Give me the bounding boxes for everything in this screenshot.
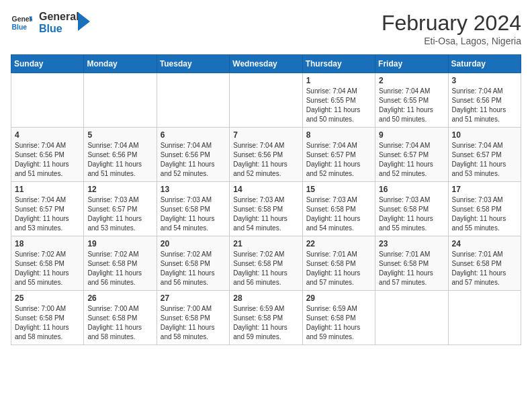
calendar-cell: 27Sunrise: 7:00 AM Sunset: 6:58 PM Dayli…	[157, 291, 229, 345]
day-number: 22	[306, 239, 371, 248]
calendar-cell: 20Sunrise: 7:02 AM Sunset: 6:58 PM Dayli…	[157, 236, 229, 291]
day-info: Sunrise: 7:00 AM Sunset: 6:58 PM Dayligh…	[161, 304, 226, 342]
calendar-cell: 18Sunrise: 7:02 AM Sunset: 6:58 PM Dayli…	[11, 236, 84, 291]
calendar-cell	[84, 73, 157, 128]
weekday-header-monday: Monday	[84, 55, 157, 73]
calendar-cell	[448, 291, 521, 345]
day-number: 14	[233, 185, 298, 194]
calendar-cell: 11Sunrise: 7:04 AM Sunset: 6:57 PM Dayli…	[11, 182, 84, 236]
weekday-header-thursday: Thursday	[302, 55, 375, 73]
day-info: Sunrise: 7:02 AM Sunset: 6:58 PM Dayligh…	[87, 250, 152, 287]
calendar-cell: 25Sunrise: 7:00 AM Sunset: 6:58 PM Dayli…	[11, 291, 84, 345]
calendar-week-2: 4Sunrise: 7:04 AM Sunset: 6:56 PM Daylig…	[11, 128, 521, 182]
day-info: Sunrise: 7:01 AM Sunset: 6:58 PM Dayligh…	[379, 250, 444, 287]
day-info: Sunrise: 7:02 AM Sunset: 6:58 PM Dayligh…	[15, 250, 80, 287]
calendar-cell: 9Sunrise: 7:04 AM Sunset: 6:57 PM Daylig…	[375, 128, 448, 182]
day-number: 24	[452, 239, 517, 248]
day-info: Sunrise: 7:04 AM Sunset: 6:57 PM Dayligh…	[15, 195, 80, 233]
day-info: Sunrise: 7:04 AM Sunset: 6:57 PM Dayligh…	[452, 141, 517, 179]
calendar-cell: 19Sunrise: 7:02 AM Sunset: 6:58 PM Dayli…	[84, 236, 157, 291]
calendar-cell: 8Sunrise: 7:04 AM Sunset: 6:57 PM Daylig…	[302, 128, 375, 182]
day-info: Sunrise: 7:04 AM Sunset: 6:57 PM Dayligh…	[306, 141, 371, 179]
day-info: Sunrise: 7:00 AM Sunset: 6:58 PM Dayligh…	[15, 304, 80, 342]
month-year-title: February 2024	[382, 11, 521, 36]
logo-icon: General Blue	[11, 12, 32, 34]
weekday-header-tuesday: Tuesday	[157, 55, 229, 73]
calendar-cell: 10Sunrise: 7:04 AM Sunset: 6:57 PM Dayli…	[448, 128, 521, 182]
calendar-cell: 7Sunrise: 7:04 AM Sunset: 6:56 PM Daylig…	[230, 128, 302, 182]
calendar-week-5: 25Sunrise: 7:00 AM Sunset: 6:58 PM Dayli…	[11, 291, 521, 345]
calendar-cell: 26Sunrise: 7:00 AM Sunset: 6:58 PM Dayli…	[84, 291, 157, 345]
day-number: 3	[452, 76, 517, 85]
calendar-cell: 22Sunrise: 7:01 AM Sunset: 6:58 PM Dayli…	[302, 236, 375, 291]
day-info: Sunrise: 7:04 AM Sunset: 6:56 PM Dayligh…	[15, 141, 80, 179]
calendar-cell: 16Sunrise: 7:03 AM Sunset: 6:58 PM Dayli…	[375, 182, 448, 236]
day-number: 20	[161, 239, 226, 248]
calendar-cell	[157, 73, 229, 128]
logo-general: General	[39, 11, 79, 23]
calendar-cell: 12Sunrise: 7:03 AM Sunset: 6:57 PM Dayli…	[84, 182, 157, 236]
day-number: 4	[15, 130, 80, 140]
logo-blue: Blue	[39, 23, 79, 35]
day-info: Sunrise: 7:00 AM Sunset: 6:58 PM Dayligh…	[87, 304, 152, 342]
day-info: Sunrise: 7:04 AM Sunset: 6:55 PM Dayligh…	[306, 87, 371, 124]
svg-marker-4	[78, 12, 90, 31]
calendar-cell: 14Sunrise: 7:03 AM Sunset: 6:58 PM Dayli…	[230, 182, 302, 236]
calendar-cell: 29Sunrise: 6:59 AM Sunset: 6:58 PM Dayli…	[302, 291, 375, 345]
day-info: Sunrise: 7:01 AM Sunset: 6:58 PM Dayligh…	[306, 250, 371, 287]
day-number: 26	[87, 293, 152, 303]
day-info: Sunrise: 7:04 AM Sunset: 6:56 PM Dayligh…	[233, 141, 298, 179]
calendar-cell: 6Sunrise: 7:04 AM Sunset: 6:56 PM Daylig…	[157, 128, 229, 182]
day-number: 29	[306, 293, 371, 303]
logo: General Blue General Blue	[11, 11, 90, 34]
day-info: Sunrise: 7:03 AM Sunset: 6:58 PM Dayligh…	[306, 195, 371, 233]
weekday-header-saturday: Saturday	[448, 55, 521, 73]
calendar-cell: 2Sunrise: 7:04 AM Sunset: 6:55 PM Daylig…	[375, 73, 448, 128]
calendar-cell	[230, 73, 302, 128]
day-number: 25	[15, 293, 80, 303]
day-number: 17	[452, 185, 517, 194]
day-number: 28	[233, 293, 298, 303]
day-number: 18	[15, 239, 80, 248]
weekday-header-sunday: Sunday	[11, 55, 84, 73]
day-number: 7	[233, 130, 298, 140]
day-info: Sunrise: 7:02 AM Sunset: 6:58 PM Dayligh…	[233, 250, 298, 287]
day-number: 12	[87, 185, 152, 194]
day-info: Sunrise: 6:59 AM Sunset: 6:58 PM Dayligh…	[306, 304, 371, 342]
svg-text:General: General	[12, 15, 32, 23]
day-info: Sunrise: 7:04 AM Sunset: 6:57 PM Dayligh…	[379, 141, 444, 179]
logo-chevron-icon	[78, 12, 90, 31]
day-info: Sunrise: 7:03 AM Sunset: 6:57 PM Dayligh…	[87, 195, 152, 233]
calendar-table: SundayMondayTuesdayWednesdayThursdayFrid…	[11, 54, 521, 345]
day-number: 10	[452, 130, 517, 140]
day-number: 19	[87, 239, 152, 248]
day-number: 21	[233, 239, 298, 248]
day-info: Sunrise: 7:04 AM Sunset: 6:56 PM Dayligh…	[452, 87, 517, 124]
calendar-cell: 3Sunrise: 7:04 AM Sunset: 6:56 PM Daylig…	[448, 73, 521, 128]
calendar-cell: 28Sunrise: 6:59 AM Sunset: 6:58 PM Dayli…	[230, 291, 302, 345]
calendar-cell: 17Sunrise: 7:03 AM Sunset: 6:58 PM Dayli…	[448, 182, 521, 236]
day-number: 2	[379, 76, 444, 85]
day-number: 11	[15, 185, 80, 194]
day-number: 1	[306, 76, 371, 85]
day-number: 15	[306, 185, 371, 194]
title-block: February 2024 Eti-Osa, Lagos, Nigeria	[382, 11, 521, 46]
day-number: 27	[161, 293, 226, 303]
day-info: Sunrise: 6:59 AM Sunset: 6:58 PM Dayligh…	[233, 304, 298, 342]
day-info: Sunrise: 7:01 AM Sunset: 6:58 PM Dayligh…	[452, 250, 517, 287]
calendar-cell	[11, 73, 84, 128]
day-number: 16	[379, 185, 444, 194]
calendar-cell: 5Sunrise: 7:04 AM Sunset: 6:56 PM Daylig…	[84, 128, 157, 182]
calendar-cell: 15Sunrise: 7:03 AM Sunset: 6:58 PM Dayli…	[302, 182, 375, 236]
day-info: Sunrise: 7:02 AM Sunset: 6:58 PM Dayligh…	[161, 250, 226, 287]
day-info: Sunrise: 7:03 AM Sunset: 6:58 PM Dayligh…	[379, 195, 444, 233]
calendar-cell: 13Sunrise: 7:03 AM Sunset: 6:58 PM Dayli…	[157, 182, 229, 236]
location-subtitle: Eti-Osa, Lagos, Nigeria	[382, 36, 521, 46]
svg-text:Blue: Blue	[12, 23, 28, 30]
calendar-cell: 4Sunrise: 7:04 AM Sunset: 6:56 PM Daylig…	[11, 128, 84, 182]
weekday-header-row: SundayMondayTuesdayWednesdayThursdayFrid…	[11, 55, 521, 73]
day-info: Sunrise: 7:03 AM Sunset: 6:58 PM Dayligh…	[233, 195, 298, 233]
calendar-cell: 21Sunrise: 7:02 AM Sunset: 6:58 PM Dayli…	[230, 236, 302, 291]
day-number: 5	[87, 130, 152, 140]
day-number: 8	[306, 130, 371, 140]
